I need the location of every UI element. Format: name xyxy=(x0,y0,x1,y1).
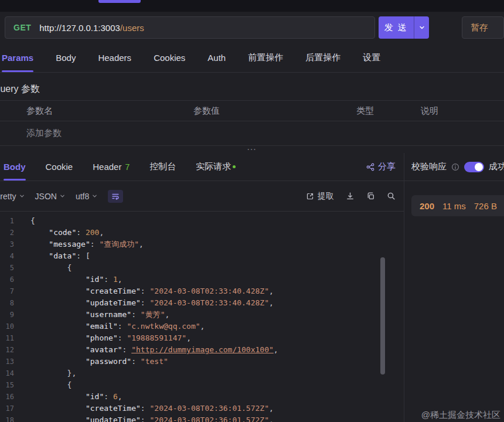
tab-pre-request[interactable]: 前置操作 xyxy=(248,43,283,72)
line-number: 10 xyxy=(0,321,14,332)
code-token: "createTime" xyxy=(86,287,141,295)
line-number: 1 xyxy=(0,215,14,227)
search-button[interactable] xyxy=(387,192,396,200)
extract-icon xyxy=(306,192,314,200)
code-line: 14 }, xyxy=(0,367,404,379)
code-token: , xyxy=(200,322,205,331)
code-token: { xyxy=(30,216,35,225)
response-section: Body Cookie Header 7 控制台 实际请求 分享 Pretty xyxy=(0,153,504,422)
code-token: , xyxy=(118,392,122,401)
add-param-row[interactable]: 添加参数 xyxy=(0,121,504,146)
code-token: { xyxy=(30,263,71,272)
send-button[interactable]: 发 送 xyxy=(379,16,429,39)
response-left-panel: Body Cookie Header 7 控制台 实际请求 分享 Pretty xyxy=(0,153,404,422)
tab-body[interactable]: Body xyxy=(56,43,76,72)
send-button-label[interactable]: 发 送 xyxy=(379,16,414,39)
line-number: 8 xyxy=(0,297,14,309)
resp-tab-console[interactable]: 控制台 xyxy=(149,153,176,181)
share-button[interactable]: 分享 xyxy=(366,161,396,172)
line-number: 9 xyxy=(0,309,14,321)
code-token: : xyxy=(90,240,100,249)
tab-params[interactable]: Params xyxy=(2,43,33,72)
code-token xyxy=(30,275,86,284)
line-number: 7 xyxy=(0,285,14,297)
chevron-down-icon xyxy=(419,25,425,30)
encoding-dropdown[interactable]: utf8 xyxy=(76,192,97,201)
code-token: , xyxy=(99,228,104,237)
tab-cookies[interactable]: Cookies xyxy=(154,43,185,72)
code-token xyxy=(30,240,49,249)
code-token: 1 xyxy=(113,275,118,284)
tab-auth[interactable]: Auth xyxy=(207,43,226,72)
download-button[interactable] xyxy=(346,192,355,200)
copy-button[interactable] xyxy=(366,192,375,200)
resp-tab-header-label: Header xyxy=(93,162,121,172)
url-input[interactable]: GET http://127.0.0.1:3003/users xyxy=(5,16,375,39)
code-token: "password" xyxy=(86,357,131,366)
code-token xyxy=(30,416,86,422)
format-dropdown-value: Pretty xyxy=(0,192,16,201)
encoding-dropdown-value: utf8 xyxy=(76,192,89,201)
validate-response-row: 校验响应 成功 xyxy=(404,153,504,181)
header-count-badge: 7 xyxy=(125,162,130,172)
code-token xyxy=(30,392,86,401)
vertical-scrollbar[interactable] xyxy=(380,257,385,375)
send-options-caret[interactable] xyxy=(414,16,429,39)
code-token: "2024-03-08T02:33:40.428Z" xyxy=(150,287,270,295)
code-token xyxy=(30,228,49,237)
code-token: : xyxy=(131,310,141,319)
tab-post-request[interactable]: 后置操作 xyxy=(305,43,340,72)
download-icon xyxy=(346,192,355,200)
validate-response-toggle[interactable] xyxy=(464,162,484,172)
query-params-section: Query 参数 xyxy=(0,73,504,100)
code-token xyxy=(30,310,86,319)
url-text[interactable]: http://127.0.0.1:3003/users xyxy=(39,23,144,33)
language-dropdown[interactable]: JSON xyxy=(35,192,65,201)
extract-button[interactable]: 提取 xyxy=(306,191,334,202)
line-number: 17 xyxy=(0,403,14,414)
code-token: , xyxy=(165,310,170,319)
code-line: 5 { xyxy=(0,262,404,274)
green-dot-indicator xyxy=(233,165,236,168)
response-tabs: Body Cookie Header 7 控制台 实际请求 分享 xyxy=(0,153,404,181)
resp-tab-body[interactable]: Body xyxy=(4,153,26,181)
code-link[interactable]: "http://dummyimage.com/100x100" xyxy=(131,345,274,354)
code-line: 4 "data": [ xyxy=(0,250,404,262)
code-token: "id" xyxy=(86,392,104,401)
tab-headers[interactable]: Headers xyxy=(98,43,131,72)
resp-tab-header[interactable]: Header 7 xyxy=(93,153,130,181)
code-token: , xyxy=(269,287,274,295)
info-icon[interactable] xyxy=(451,163,459,171)
response-body-code[interactable]: 1{2 "code": 200,3 "message": "查询成功",4 "d… xyxy=(0,212,404,422)
copy-icon xyxy=(366,192,375,200)
code-token xyxy=(30,357,86,366)
method-selector[interactable]: GET xyxy=(13,23,31,32)
chevron-down-icon xyxy=(92,193,97,199)
code-token: : xyxy=(104,275,113,284)
url-path: /users xyxy=(120,23,144,33)
tab-settings[interactable]: 设置 xyxy=(363,43,380,72)
code-line: 18 "updateTime": "2024-03-08T02:36:01.57… xyxy=(0,414,404,422)
line-number: 14 xyxy=(0,367,14,379)
soft-wrap-toggle[interactable] xyxy=(108,190,123,203)
code-line: 12 "avatar": "http://dummyimage.com/100x… xyxy=(0,344,404,356)
format-dropdown[interactable]: Pretty xyxy=(0,192,25,201)
code-token: "data" xyxy=(49,251,76,260)
save-button[interactable]: 暂存 xyxy=(462,16,504,39)
code-token xyxy=(30,345,86,354)
code-token: "username" xyxy=(86,310,131,319)
status-time: 11 ms xyxy=(442,201,466,211)
code-token: "phone" xyxy=(86,333,118,342)
response-right-panel: 校验响应 成功 200 11 ms 726 B xyxy=(404,153,504,422)
titlebar xyxy=(0,0,504,12)
share-label: 分享 xyxy=(378,161,396,172)
code-line: 10 "email": "c.nwtkw@qq.com", xyxy=(0,321,404,332)
column-param-value: 参数值 xyxy=(182,106,346,117)
code-line: 7 "createTime": "2024-03-08T02:33:40.428… xyxy=(0,285,404,297)
panel-splitter-handle[interactable]: ⋯ xyxy=(0,146,504,153)
code-token: "19888591147" xyxy=(127,333,186,342)
code-line: 16 "id": 6, xyxy=(0,391,404,403)
resp-tab-cookie[interactable]: Cookie xyxy=(46,153,73,181)
resp-tab-actual-request[interactable]: 实际请求 xyxy=(196,153,236,181)
code-token: : [ xyxy=(76,251,90,260)
